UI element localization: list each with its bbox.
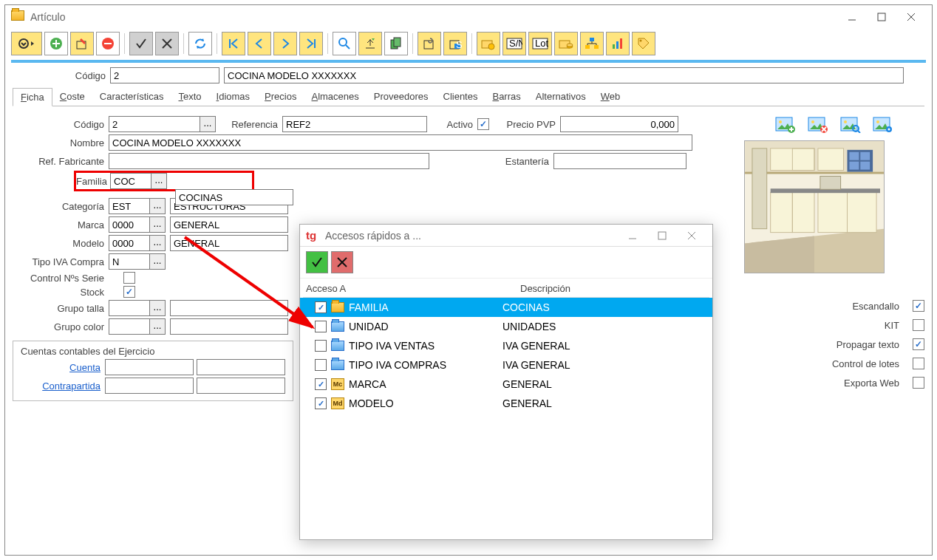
dialog-close[interactable]	[677, 225, 706, 246]
search-button[interactable]	[333, 32, 356, 55]
tab-web[interactable]: Web	[593, 88, 628, 106]
svg-point-4	[19, 39, 28, 48]
cuenta-link[interactable]: Cuenta	[18, 362, 105, 373]
familia-lookup[interactable]: ...	[151, 173, 167, 189]
codigo-label: Código	[14, 70, 110, 81]
tab-caracteristicas[interactable]: Características	[92, 88, 171, 106]
modelo-input[interactable]	[109, 235, 150, 251]
folder-money-button[interactable]	[554, 32, 578, 55]
tag-button[interactable]	[632, 32, 655, 55]
maximize-button[interactable]	[867, 7, 896, 27]
familia-input[interactable]	[110, 173, 151, 189]
activo-checkbox[interactable]	[477, 118, 489, 130]
dialog-maximize[interactable]	[647, 225, 677, 246]
escandallo-label: Escandallo	[852, 301, 904, 312]
codigo-lookup[interactable]: ...	[200, 116, 216, 132]
dropdown-button[interactable]	[11, 32, 42, 55]
cancel-button[interactable]	[155, 32, 179, 55]
tab-texto[interactable]: Texto	[171, 88, 208, 106]
sn-button[interactable]: S/N	[502, 32, 526, 55]
tipo-iva-lookup[interactable]: ...	[149, 253, 166, 270]
pvp-input[interactable]	[560, 116, 678, 132]
tab-clientes[interactable]: Clientes	[436, 88, 485, 106]
copy-button[interactable]	[384, 32, 408, 55]
desc-header-input[interactable]	[224, 67, 904, 83]
row-checkbox[interactable]: ✓	[315, 301, 327, 313]
cuenta-input[interactable]	[105, 359, 194, 375]
exporta-checkbox[interactable]	[913, 377, 924, 389]
image-search-button[interactable]	[837, 114, 864, 136]
dialog-cancel-button[interactable]	[331, 251, 353, 273]
tab-barras[interactable]: Barras	[485, 88, 528, 106]
right-checkboxes: Escandallo KIT Propagar texto Control de…	[744, 300, 924, 389]
grupo-talla-input[interactable]	[109, 300, 150, 316]
tipo-iva-input[interactable]	[109, 253, 150, 270]
grupo-color-input[interactable]	[109, 318, 150, 335]
nombre-input[interactable]	[109, 134, 692, 151]
attach-button[interactable]	[418, 32, 441, 55]
contrapartida-link[interactable]: Contrapartida	[18, 380, 105, 392]
marca-input[interactable]	[109, 216, 150, 233]
row-checkbox[interactable]	[315, 321, 327, 332]
add-button[interactable]	[44, 32, 68, 55]
dialog-row[interactable]: ✓FAMILIACOCINAS	[300, 298, 712, 317]
lotes-checkbox[interactable]	[913, 358, 924, 369]
tab-alternativos[interactable]: Alternativos	[528, 88, 593, 106]
codigo-header-input[interactable]	[110, 67, 219, 83]
row-checkbox[interactable]: ✓	[315, 378, 327, 390]
grupo-color-label: Grupo color	[13, 321, 109, 332]
tab-almacenes[interactable]: Almacenes	[304, 88, 366, 106]
control-serie-checkbox[interactable]	[123, 272, 135, 284]
last-button[interactable]	[299, 32, 323, 55]
tab-precios[interactable]: Precios	[257, 88, 304, 106]
marca-lookup[interactable]: ...	[149, 216, 166, 233]
tab-idiomas[interactable]: Idiomas	[209, 88, 258, 106]
refresh-button[interactable]	[188, 32, 212, 55]
image-add-button[interactable]	[772, 114, 799, 136]
tab-ficha[interactable]: Ficha	[13, 88, 52, 106]
folder-coin-button[interactable]	[477, 32, 500, 55]
delete-button[interactable]	[96, 32, 120, 55]
row-checkbox[interactable]: ✓	[315, 397, 327, 409]
close-button[interactable]	[896, 7, 926, 27]
categoria-lookup[interactable]: ...	[149, 198, 166, 214]
referencia-input[interactable]	[282, 116, 427, 132]
image-settings-button[interactable]	[870, 114, 896, 136]
modelo-lookup[interactable]: ...	[149, 235, 166, 251]
dialog-row[interactable]: TIPO IVA COMPRASIVA GENERAL	[300, 355, 712, 375]
dialog-row[interactable]: ✓McMARCAGENERAL	[300, 375, 712, 394]
tab-coste[interactable]: Coste	[52, 88, 92, 106]
prev-button[interactable]	[248, 32, 271, 55]
contrapartida-input[interactable]	[105, 378, 194, 394]
minimize-button[interactable]	[837, 7, 867, 27]
chart-button[interactable]	[606, 32, 630, 55]
dialog-minimize[interactable]	[618, 225, 647, 246]
grupo-talla-lookup[interactable]: ...	[149, 300, 166, 316]
next-button[interactable]	[273, 32, 297, 55]
stock-checkbox[interactable]	[123, 286, 135, 298]
ref-fab-input[interactable]	[109, 153, 429, 169]
propagar-checkbox[interactable]	[913, 338, 924, 350]
edit-button[interactable]	[70, 32, 94, 55]
lot-button[interactable]: Lot	[528, 32, 552, 55]
org-button[interactable]	[580, 32, 604, 55]
dialog-row[interactable]: ✓MdMODELOGENERAL	[300, 394, 712, 413]
escandallo-checkbox[interactable]	[913, 300, 924, 312]
dialog-ok-button[interactable]	[306, 251, 328, 273]
row-checkbox[interactable]	[315, 359, 327, 371]
tab-proveedores[interactable]: Proveedores	[367, 88, 436, 106]
doc-s-button[interactable]: S	[443, 32, 467, 55]
row-checkbox[interactable]	[315, 340, 327, 352]
image-delete-button[interactable]	[805, 114, 831, 136]
grupo-color-lookup[interactable]: ...	[149, 318, 166, 335]
categoria-input[interactable]	[109, 198, 150, 214]
accept-button[interactable]	[129, 32, 153, 55]
first-button[interactable]	[222, 32, 245, 55]
dialog-row[interactable]: TIPO IVA VENTASIVA GENERAL	[300, 336, 712, 355]
dialog-row[interactable]: UNIDADUNIDADES	[300, 317, 712, 336]
estanteria-input[interactable]	[553, 153, 686, 169]
export-button[interactable]	[358, 32, 382, 55]
kit-checkbox[interactable]	[913, 319, 924, 331]
codigo-input[interactable]	[109, 116, 200, 132]
dialog-title: Accesos rápidos a ...	[325, 230, 618, 242]
